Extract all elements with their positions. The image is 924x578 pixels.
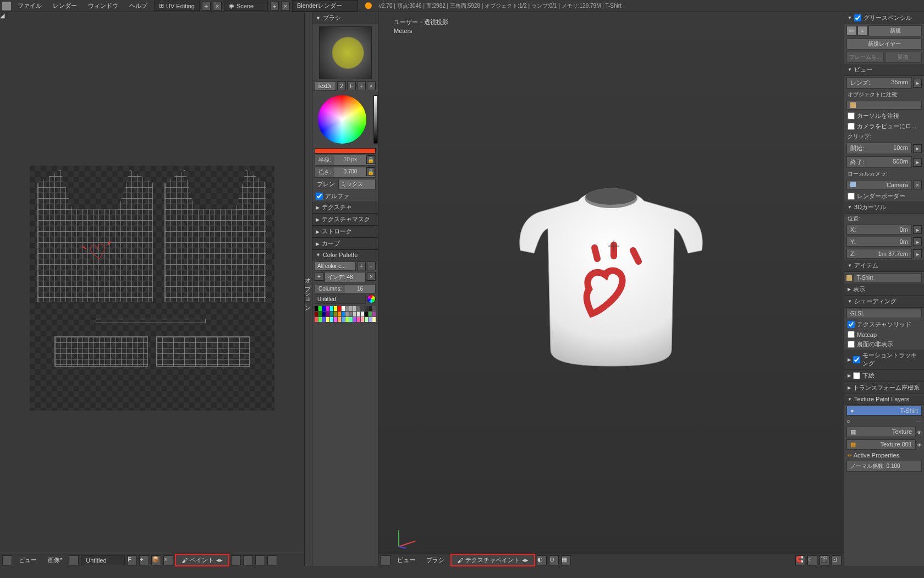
image-name-field[interactable]: Untitled xyxy=(81,555,125,565)
snap-icon[interactable]: 🧲 xyxy=(795,555,805,565)
clip-end-field[interactable]: 終了:500m xyxy=(846,156,912,168)
image-pack-button[interactable]: 📦 xyxy=(151,555,161,565)
brush-name-field[interactable]: TexDr xyxy=(315,81,336,91)
overlay-icon[interactable]: ⊡ xyxy=(832,555,842,565)
clip-start-field[interactable]: 開始:10cm xyxy=(846,143,912,154)
backface-cull-checkbox[interactable]: 裏面の非表示 xyxy=(844,339,924,350)
normal-factor-field[interactable]: ノーマル係数: 0.100 xyxy=(846,461,922,472)
color-swatch[interactable] xyxy=(372,312,376,317)
section-color-palette[interactable]: ▼Color Palette xyxy=(312,250,378,260)
render-icon[interactable]: 🎬 xyxy=(820,555,829,565)
texture-slot-1[interactable]: ▦Texture xyxy=(846,427,916,437)
textured-solid-checkbox[interactable]: テクスチャソリッド xyxy=(844,319,924,330)
color-swatch[interactable] xyxy=(361,312,364,317)
tool-tabs-column[interactable]: オプション グリースペンシル 作業平面 xyxy=(304,12,312,566)
add-scene-button[interactable]: + xyxy=(270,2,279,10)
brush-remove[interactable]: × xyxy=(367,81,376,90)
uv-toolbar-icon-1[interactable] xyxy=(231,555,241,565)
section-texture[interactable]: ▶テクスチャ xyxy=(312,201,378,214)
panel-grease-pencil[interactable]: ▼グリースペンシル xyxy=(844,12,924,24)
palette-index-remove[interactable]: × xyxy=(367,272,376,281)
color-swatch[interactable] xyxy=(349,306,353,311)
section-curve[interactable]: ▶カーブ xyxy=(312,238,378,250)
uv-menu-image[interactable]: 画像* xyxy=(43,555,67,565)
color-swatch[interactable] xyxy=(326,317,329,322)
gp-new-layer-button[interactable]: 新規レイヤー xyxy=(846,39,922,50)
cursor-y-field[interactable]: Y:0m xyxy=(846,237,912,247)
cursor-x-field[interactable]: X:0m xyxy=(846,225,912,235)
panel-display[interactable]: ▶表示 xyxy=(844,283,924,296)
brush-users[interactable]: 2 xyxy=(337,81,346,90)
color-swatch[interactable] xyxy=(369,317,372,322)
local-camera-field[interactable]: Camera xyxy=(846,180,912,190)
panel-item[interactable]: ▼アイテム xyxy=(844,260,924,272)
color-swatch[interactable] xyxy=(342,306,345,311)
panel-texture-paint-layers[interactable]: ▼Texture Paint Layers xyxy=(844,394,924,405)
paint-layer-item[interactable]: ●T-Shirt xyxy=(846,406,922,416)
panel-view[interactable]: ▼ビュー xyxy=(844,64,924,76)
brush-add[interactable]: + xyxy=(357,81,366,90)
proportional-icon[interactable]: ○ xyxy=(807,555,817,565)
panel-background-images[interactable]: ▶下絵 xyxy=(844,370,924,382)
color-swatch[interactable] xyxy=(353,306,356,311)
uv-canvas[interactable]: `♡´ xyxy=(0,22,304,554)
palette-remove[interactable]: − xyxy=(367,261,376,270)
color-swatch[interactable] xyxy=(326,312,329,317)
glsl-selector[interactable]: GLSL xyxy=(846,309,922,318)
3d-menu-view[interactable]: ビュー xyxy=(393,555,420,565)
panel-3d-cursor[interactable]: ▼3Dカーソル xyxy=(844,201,924,214)
color-swatch[interactable] xyxy=(361,317,364,322)
uv-toolbar-icon-2[interactable] xyxy=(243,555,253,565)
3d-menu-brush[interactable]: ブラシ xyxy=(422,555,449,565)
color-swatch[interactable] xyxy=(345,312,349,317)
color-swatch-grid[interactable] xyxy=(312,305,378,323)
menu-help[interactable]: ヘルプ xyxy=(125,1,152,11)
color-swatch[interactable] xyxy=(357,306,360,311)
color-swatch[interactable] xyxy=(338,317,341,322)
color-swatch[interactable] xyxy=(322,306,326,311)
blend-mode-selector[interactable]: ミックス xyxy=(338,179,376,190)
image-add-button[interactable]: + xyxy=(139,555,149,565)
panel-transform-orientations[interactable]: ▶トランスフォーム座標系 xyxy=(844,382,924,394)
visibility-icon[interactable] xyxy=(917,429,922,435)
color-swatch[interactable] xyxy=(345,317,349,322)
color-swatch[interactable] xyxy=(315,306,318,311)
color-swatch[interactable] xyxy=(345,306,349,311)
color-swatch[interactable] xyxy=(315,312,318,317)
uv-mode-selector[interactable]: 🖌ペイント◂▸ xyxy=(175,554,229,566)
color-swatch[interactable] xyxy=(349,317,353,322)
uv-toolbar-icon-4[interactable] xyxy=(267,555,277,565)
render-engine-selector[interactable]: Blenderレンダー xyxy=(292,0,358,12)
blender-logo-icon[interactable] xyxy=(2,2,11,10)
color-swatch[interactable] xyxy=(369,312,372,317)
layers-icon[interactable]: ▦ xyxy=(561,555,571,565)
color-swatch[interactable] xyxy=(330,312,333,317)
camera-clear-button[interactable]: × xyxy=(913,181,922,189)
color-swatch[interactable] xyxy=(353,317,356,322)
uv-menu-view[interactable]: ビュー xyxy=(14,555,41,565)
palette-name-field[interactable]: Untitled xyxy=(315,295,366,304)
scene-selector[interactable]: ◉Scene xyxy=(224,1,268,11)
editor-type-3d-icon[interactable] xyxy=(381,555,391,565)
menu-render[interactable]: レンダー xyxy=(48,1,81,11)
item-name-field[interactable]: T-Shirt xyxy=(853,273,922,282)
matcap-checkbox[interactable]: Matcap xyxy=(844,330,924,339)
palette-index-field[interactable]: インデ: 48 xyxy=(324,272,366,283)
color-swatch[interactable] xyxy=(372,306,376,311)
color-swatch[interactable] xyxy=(365,317,368,322)
uv-corner-handle[interactable]: ◢ xyxy=(0,12,304,22)
viewport-3d[interactable]: ユーザー・透視投影 Meters (54) T-Shirt xyxy=(378,12,844,566)
brush-fake-user[interactable]: F xyxy=(347,81,356,90)
brush-preview-icon[interactable] xyxy=(319,26,372,79)
lock-camera-checkbox[interactable]: カメラをビューにロ... xyxy=(844,121,924,132)
remove-layout-button[interactable]: × xyxy=(213,2,222,10)
color-swatch[interactable] xyxy=(318,317,322,322)
texture-slot-2[interactable]: ▦Texture.001 xyxy=(846,439,916,450)
current-color-swatch[interactable] xyxy=(315,148,376,154)
palette-selector[interactable]: All color c... xyxy=(315,261,356,271)
editor-type-icon[interactable] xyxy=(2,555,12,565)
color-swatch[interactable] xyxy=(322,317,326,322)
lock-object-field[interactable] xyxy=(846,101,922,110)
visibility-icon[interactable] xyxy=(917,441,922,448)
image-browse-icon[interactable] xyxy=(69,555,79,565)
